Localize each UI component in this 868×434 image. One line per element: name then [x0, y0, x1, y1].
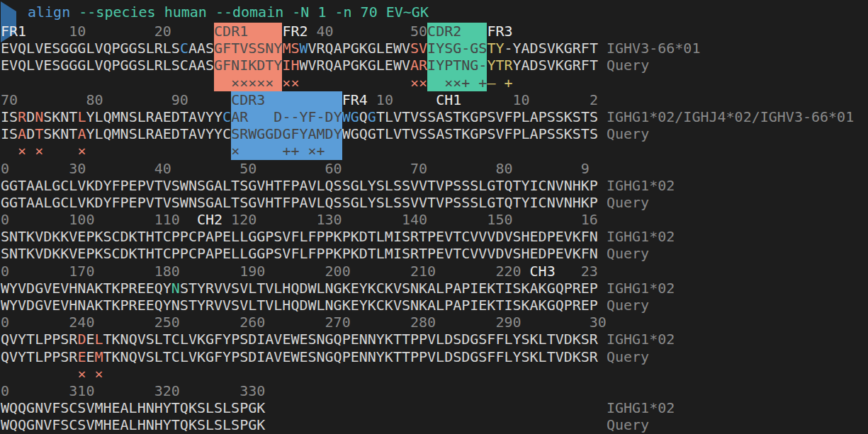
germline-sequence-row: ISRDNSKNTLYLQMNSLRAEDTAVYYCAR D--YF-DYWG…: [1, 108, 868, 125]
conserved-residue: WG: [342, 108, 359, 125]
mismatch-residues: R: [18, 108, 26, 125]
command-line: align --species human --domain -N 1 -n 7…: [1, 1, 868, 23]
residues: WQQGNVFSCSVMHEALHNHYTQKSLSLSPGK: [1, 399, 265, 416]
query-sequence-row: EVQLVESGGGLVQPGGSLRLSCAASGFNIKDTYIHWVRQA…: [1, 57, 868, 74]
position-number: 10: [368, 91, 393, 108]
position-number: 40: [308, 23, 334, 40]
position-number: 10: [461, 91, 529, 108]
region-label-cdr1: CDR1: [214, 23, 282, 40]
residues: WYVDGVEVHNAKTKPREEQY: [1, 280, 171, 297]
germline-sequence-row: WYVDGVEVHNAKTKPREEQYNSTYRVVSVLTVLHQDWLNG…: [1, 280, 868, 297]
region-header-row: 0 310 320 330: [1, 382, 868, 399]
residues: EVQLVESGGGLVQPGGSLRLS: [1, 40, 180, 57]
mismatch-markers: ××: [410, 74, 427, 91]
text-segment: [86, 142, 231, 159]
mismatch-markers: ×: [35, 142, 43, 159]
mismatch-markers: ×: [18, 142, 26, 159]
mismatch-residues: SV: [410, 40, 427, 57]
region-header-row: FR1 10 20 CDR1 FR2 40 50CDR2 FR3: [1, 23, 868, 40]
germline-sequence-row: EVQLVESGGGLVQPGGSLRLSCAASGFTVSSNYMSWVRQA…: [1, 40, 868, 57]
mismatch-markers: ×: [94, 365, 103, 382]
position-number: 0 30 40 50 60 70 80 9: [1, 160, 590, 177]
text-segment: [393, 91, 436, 108]
query-label: Query: [607, 416, 649, 433]
region-label-cdr3: CDR3: [231, 91, 342, 108]
mismatch-markers: ××+ +: [427, 74, 487, 91]
mismatch-markers: ×××××: [214, 74, 282, 91]
mismatch-marker-row: × ×: [1, 365, 868, 382]
gene-label: IGHG1*02: [607, 399, 675, 416]
command-args: --species human --domain -N 1 -n 70 EV~G…: [70, 1, 429, 23]
position-number: 70 80 90: [1, 91, 188, 108]
position-number: 0 100 110: [1, 211, 197, 228]
mismatch-markers: × ++ ×+: [231, 142, 342, 159]
text-segment: [265, 399, 607, 416]
residues: YADSVKGRFT: [513, 57, 607, 74]
mismatch-residues: D: [77, 331, 86, 348]
residues: VRQAPGKGLEWV: [308, 40, 411, 57]
position-number: 0 240 250 260 270 280 290 30: [1, 314, 607, 331]
text-segment: [26, 142, 35, 159]
residues: SNTKVDKKVEPKSCDKTHTCPPCPAPELLGGPSVFLFPPK…: [1, 228, 607, 245]
mismatch-marker-row: × × × × ++ ×+: [1, 142, 868, 159]
mismatch-residues: A: [18, 125, 26, 142]
mismatch-residues: E: [77, 348, 86, 365]
query-sequence-row: QVYTLPPSREEMTKNQVSLTCLVKGFYPSDIAVEWESNGQ…: [1, 348, 868, 365]
position-number: 10: [26, 23, 86, 40]
residues: GGTAALGCLVKDYFPEPVTVSWNSGALTSGVHTFPAVLQS…: [1, 177, 607, 194]
residues: D: [26, 108, 35, 125]
conserved-residue: C: [180, 40, 188, 57]
terminal-output: align --species human --domain -N 1 -n 7…: [0, 0, 868, 434]
residues: TKNQVSLTCLVKGFYPSDIAVEWESNGQPENNYKTTPPVL…: [103, 348, 607, 365]
vernier-residues: TY: [487, 40, 504, 57]
query-sequence-row: GGTAALGCLVKDYFPEPVTVSWNSGALTSGVHTFPAVLQS…: [1, 194, 868, 211]
region-header-row: 0 30 40 50 60 70 80 9: [1, 160, 868, 177]
cdr2-residues: IYSG-GS: [427, 40, 487, 57]
command-name: align: [28, 1, 70, 23]
query-sequence-row: WYVDGVEVHNAKTKPREEQYNSTYRVVSVLTVLHQDWLNG…: [1, 297, 868, 314]
residues: WYVDGVEVHNAKTKPREEQYNSTYRVVSVLTVLHQDWLNG…: [1, 297, 607, 314]
region-header-row: 0 240 250 260 270 280 290 30: [1, 314, 868, 331]
text-segment: [265, 416, 607, 433]
residues: IS: [1, 125, 18, 142]
text-segment: [171, 23, 214, 40]
residues: D: [26, 125, 35, 142]
residues: YLQMNSLRAEDTAVYY: [86, 108, 222, 125]
query-label: Query: [607, 125, 649, 142]
text-segment: [1, 142, 18, 159]
mismatch-residues: IH: [282, 57, 299, 74]
query-label: Query: [607, 57, 649, 74]
indel-markers: — +: [487, 74, 512, 91]
cdr1-residues: GFNIKDTY: [214, 57, 282, 74]
residues: QVYTLPPSR: [1, 348, 77, 365]
residues: IS: [1, 108, 18, 125]
region-label-ch1: CH1: [436, 91, 461, 108]
region-header-row: 70 80 90 CDR3 FR4 10 CH1 10 2: [1, 91, 868, 108]
query-sequence-row: WQQGNVFSCSVMHEALHNHYTQKSLSLSPGK Query: [1, 416, 868, 433]
region-label-fr2: FR2: [282, 23, 308, 40]
gene-label: IGHG1*02: [607, 331, 675, 348]
query-label: Query: [607, 245, 649, 262]
mismatch-markers: ××: [282, 74, 299, 91]
vernier-residues: YTR: [487, 57, 512, 74]
gene-label: IGHG1*02: [607, 177, 675, 194]
position-number: 2: [530, 91, 598, 108]
query-label: Query: [607, 194, 649, 211]
region-header-row: 0 170 180 190 200 210 220 CH3 23: [1, 263, 868, 280]
mismatch-marker-row: ××××× ×× ×× ××+ +— +: [1, 74, 868, 91]
germline-sequence-row: WQQGNVFSCSVMHEALHNHYTQKSLSLSPGK IGHG1*02: [1, 399, 868, 416]
text-segment: [1, 365, 77, 382]
gene-label: IGHG1*02/IGHJ4*02/IGHV3-66*01: [607, 108, 854, 125]
position-number: 20: [86, 23, 171, 40]
query-sequence-row: ISADTSKNTAYLQMNSLRAEDTAVYYCSRWGGDGFYAMDY…: [1, 125, 868, 142]
gene-label: IGHG1*02: [607, 228, 675, 245]
residues: YLQMNSLRAEDTAVYYC: [86, 125, 231, 142]
mismatch-residues: L: [94, 331, 103, 348]
highlighted-residue: N: [171, 280, 180, 297]
residues: WVRQAPGKGLEWV: [299, 57, 410, 74]
residues: SKNT: [43, 125, 77, 142]
region-label-cdr2: CDR2: [427, 23, 487, 40]
residues: GGTAALGCLVKDYFPEPVTVSWNSGALTSGVHTFPAVLQS…: [1, 194, 607, 211]
germline-sequence-row: QVYTLPPSRDELTKNQVSLTCLVKGFYPSDIAVEWESNGQ…: [1, 331, 868, 348]
cdr3-residues: AR D--YF-DY: [231, 108, 342, 125]
